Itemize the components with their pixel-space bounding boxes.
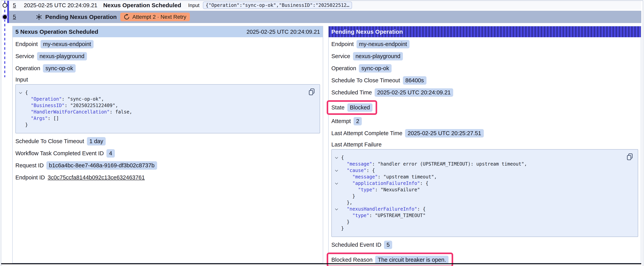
field-label-endpoint-id: Endpoint ID [16, 174, 45, 181]
code-line: "type": "NexusFailure" [332, 187, 634, 193]
field-value-schedule-to-close-timeout: 1 day [87, 137, 106, 145]
code-text: "nexusHandlerFailureInfo": { [341, 206, 426, 212]
code-line: "applicationFailureInfo": { [332, 180, 634, 187]
chevron-down-icon [19, 91, 22, 94]
code-line: } [332, 219, 634, 225]
pending-panel-header: Pending Nexus Operation [329, 26, 641, 37]
event-id-link[interactable]: 5 [13, 14, 16, 20]
code-line: "message": "handler error (UPSTREAM_TIME… [332, 161, 634, 167]
code-line: } [332, 193, 634, 199]
annotation-box-state: StateBlocked [327, 100, 377, 115]
input-preview-badge[interactable]: {"Operation":"sync-op-ok","BusinessID":"… [203, 2, 352, 9]
retry-status-badge: Attempt 2 · Next Retry [120, 13, 190, 21]
input-label: Input [188, 2, 200, 9]
field-scheduled-time: Scheduled Time2025-02-25 UTC 20:24:09.21 [331, 88, 638, 97]
pending-event-title: Pending Nexus Operation [45, 14, 117, 20]
code-text: "BusinessID": "20250225122409", [25, 102, 118, 109]
field-value-endpoint-id[interactable]: 3c0c75ccfa8144b092c13ce632463761 [48, 174, 145, 181]
field-operation: Operationsync-op-ok [16, 64, 320, 73]
field-value-last-attempt-complete-time: 2025-02-25 UTC 20:25:27.51 [405, 129, 484, 137]
field-label-scheduled-event-id: Scheduled Event ID [331, 242, 381, 248]
event-history-view: 5 2025-02-25 UTC 20:24:09.21 Nexus Opera… [0, 0, 644, 266]
pending-operation-panel: Pending Nexus Operation Endpointmy-nexus… [328, 26, 641, 263]
code-line: { [16, 90, 316, 96]
event-title: Nexus Operation Scheduled [103, 2, 181, 9]
field-label-service: Service [16, 53, 34, 60]
field-label-attempt: Attempt [331, 118, 351, 124]
code-text: "Args": [] [25, 115, 59, 122]
timeline-current-marker-icon[interactable] [3, 15, 7, 19]
field-label-last-attempt-failure: Last Attempt Failure [331, 141, 638, 148]
code-text: { [25, 90, 28, 96]
field-value-service: nexus-playground [353, 52, 403, 61]
collapse-toggle[interactable] [332, 208, 341, 210]
code-text: "message": "upstream timeout", [341, 174, 437, 180]
code-line: "message": "upstream timeout", [332, 174, 634, 180]
collapse-toggle[interactable] [332, 170, 341, 171]
event-row-scheduled[interactable]: 5 2025-02-25 UTC 20:24:09.21 Nexus Opera… [9, 1, 641, 10]
scheduled-panel-header: 5 Nexus Operation Scheduled 2025-02-25 U… [13, 26, 323, 37]
collapse-toggle[interactable] [332, 183, 341, 184]
code-line: { [332, 154, 634, 161]
field-label-endpoint: Endpoint [16, 41, 38, 47]
code-block-input: { "Operation": "sync-op-ok", "BusinessID… [16, 84, 320, 133]
field-label-operation: Operation [16, 65, 40, 72]
field-label-last-attempt-complete-time: Last Attempt Complete Time [331, 130, 402, 137]
copy-button[interactable] [308, 88, 315, 96]
chevron-down-icon [335, 169, 338, 172]
field-schedule-to-close-timeout: Schedule To Close Timeout86400s [331, 76, 638, 85]
copy-button[interactable] [626, 153, 634, 161]
chevron-down-icon [335, 182, 338, 185]
code-text: "type": "NexusFailure" [341, 187, 420, 193]
field-schedule-to-close-timeout: Schedule To Close Timeout1 day [16, 137, 320, 145]
scheduled-panel-body: Endpointmy-nexus-endpointServicenexus-pl… [13, 37, 323, 182]
code-text: "Operation": "sync-op-ok", [25, 96, 104, 102]
copy-icon [308, 88, 315, 96]
field-value-state: Blocked [347, 103, 372, 112]
code-line: "Args": [] [16, 115, 316, 122]
field-value-blocked-reason: The circuit breaker is open. [375, 256, 448, 264]
field-service: Servicenexus-playground [16, 52, 320, 61]
code-text: { [341, 154, 344, 161]
code-block-last-attempt-failure: { "message": "handler error (UPSTREAM_TI… [331, 149, 638, 237]
code-line: "type": "UPSTREAM_TIMEOUT" [332, 212, 634, 219]
pending-panel-body: Endpointmy-nexus-endpointServicenexus-pl… [329, 37, 641, 266]
code-text: } [341, 225, 344, 232]
code-text: }, [341, 199, 352, 206]
retry-badge-label: Attempt 2 · Next Retry [132, 14, 186, 20]
field-operation: Operationsync-op-ok [331, 64, 638, 73]
collapse-toggle[interactable] [332, 157, 341, 158]
field-endpoint: Endpointmy-nexus-endpoint [331, 40, 638, 48]
collapse-toggle[interactable] [16, 92, 25, 93]
field-label-endpoint: Endpoint [331, 41, 354, 47]
code-line: "Operation": "sync-op-ok", [16, 96, 316, 102]
code-line: } [16, 122, 316, 128]
field-label-schedule-to-close-timeout: Schedule To Close Timeout [16, 138, 84, 144]
highlight-row-state: StateBlocked [331, 100, 638, 115]
code-line: } [332, 225, 634, 232]
field-label-workflow-task-completed-event-id: Workflow Task Completed Event ID [16, 150, 104, 157]
field-value-endpoint: my-nexus-endpoint [356, 40, 410, 48]
chevron-down-icon [335, 207, 338, 210]
field-label-blocked-reason: Blocked Reason [331, 257, 372, 263]
event-timestamp: 2025-02-25 UTC 20:24:09.21 [24, 2, 97, 9]
field-label-request-id: Request ID [16, 162, 44, 169]
field-label-operation: Operation [331, 65, 356, 72]
field-value-operation: sync-op-ok [359, 64, 392, 73]
code-line: "HandlerWaitForCancellation": false, [16, 109, 316, 115]
code-text: "message": "handler error (UPSTREAM_TIME… [341, 161, 527, 167]
chevron-down-icon [335, 156, 338, 159]
timeline-event-marker-icon[interactable] [2, 3, 7, 8]
timeline-dashed-line [4, 1, 5, 77]
copy-icon [626, 153, 633, 160]
bottom-divider [1, 263, 641, 264]
field-label-schedule-to-close-timeout: Schedule To Close Timeout [331, 77, 400, 84]
scheduled-event-panel: 5 Nexus Operation Scheduled 2025-02-25 U… [12, 26, 323, 263]
event-id-link[interactable]: 5 [13, 2, 16, 9]
code-text: "applicationFailureInfo": { [341, 180, 428, 187]
scheduled-panel-title: 5 Nexus Operation Scheduled [16, 29, 98, 35]
event-row-pending[interactable]: 5 Pending Nexus Operation Attempt 2 · Ne… [9, 11, 641, 23]
pending-asterisk-icon [36, 14, 42, 21]
field-value-request-id: b1c6a4bc-8ee7-468a-9169-df3b02c8737b [46, 161, 157, 170]
field-value-scheduled-event-id: 5 [384, 241, 392, 249]
